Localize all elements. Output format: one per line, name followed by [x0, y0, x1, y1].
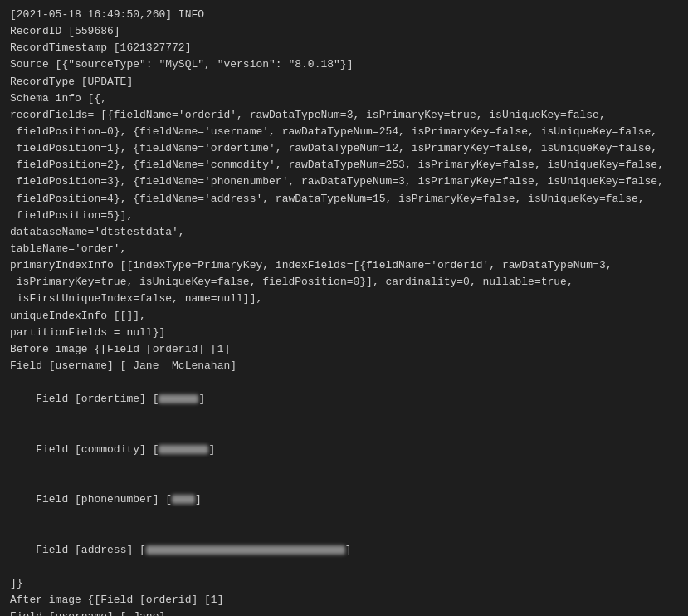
log-table-name: tableName='order',	[10, 241, 678, 257]
log-after-username: Field [username] [ Jane]	[10, 609, 678, 616]
log-primary-index-1: primaryIndexInfo [[indexType=PrimaryKey,…	[10, 257, 678, 274]
before-address-label: Field [address] [	[36, 544, 146, 556]
log-before-image-open: Before image {[Field [orderid] [1]	[10, 341, 678, 358]
log-record-fields-4: fieldPosition=2}, {fieldName='commodity'…	[10, 157, 678, 174]
log-record-fields-3: fieldPosition=1}, {fieldName='ordertime'…	[10, 140, 678, 157]
before-ordertime-label: Field [ordertime] [	[36, 393, 159, 405]
before-phonenumber-label: Field [phonenumber] [	[36, 493, 172, 506]
before-ordertime-close: ]	[198, 393, 205, 405]
log-before-phonenumber: Field [phonenumber] [ ]	[10, 475, 678, 525]
log-database-name: databaseName='dtstestdata',	[10, 224, 678, 241]
log-timestamp: [2021-05-18 16:49:50,260] INFO	[10, 7, 678, 23]
before-address-redacted	[146, 545, 345, 555]
log-record-id: RecordID [559686]	[10, 23, 678, 40]
before-phonenumber-redacted	[172, 495, 195, 504]
log-before-username: Field [username] [ Jane McLenahan]	[10, 358, 678, 374]
before-address-close: ]	[345, 544, 352, 556]
log-after-image-open: After image {[Field [orderid] [1]	[10, 592, 678, 609]
log-unique-index: uniqueIndexInfo [[]],	[10, 308, 678, 325]
before-commodity-label: Field [commodity] [	[36, 443, 159, 456]
log-schema-info-open: Schema info [{,	[10, 90, 678, 107]
log-before-address: Field [address] [ ]	[10, 525, 678, 574]
log-primary-index-3: isFirstUniqueIndex=false, name=null]],	[10, 291, 678, 307]
log-record-fields-7: fieldPosition=5}],	[10, 208, 678, 224]
before-phonenumber-close: ]	[195, 493, 202, 506]
before-commodity-close: ]	[208, 443, 215, 456]
log-record-fields-5: fieldPosition=3}, {fieldName='phonenumbe…	[10, 174, 678, 190]
log-container: [2021-05-18 16:49:50,260] INFO RecordID …	[10, 7, 678, 616]
log-before-commodity: Field [commodity] [ ]	[10, 425, 678, 475]
log-record-fields-2: fieldPosition=0}, {fieldName='username',…	[10, 124, 678, 140]
log-source: Source [{"sourceType": "MySQL", "version…	[10, 56, 678, 73]
before-commodity-redacted	[159, 445, 208, 454]
log-record-timestamp: RecordTimestamp [1621327772]	[10, 40, 678, 56]
log-before-close: ]}	[10, 575, 678, 592]
log-partition-fields: partitionFields = null}]	[10, 325, 678, 341]
log-record-type: RecordType [UPDATE]	[10, 74, 678, 90]
log-record-fields-1: recordFields= [{fieldName='orderid', raw…	[10, 107, 678, 124]
log-before-ordertime: Field [ordertime] [ ]	[10, 374, 678, 424]
log-record-fields-6: fieldPosition=4}, {fieldName='address', …	[10, 191, 678, 208]
log-primary-index-2: isPrimaryKey=true, isUniqueKey=false, fi…	[10, 274, 678, 291]
before-ordertime-redacted	[159, 394, 198, 403]
